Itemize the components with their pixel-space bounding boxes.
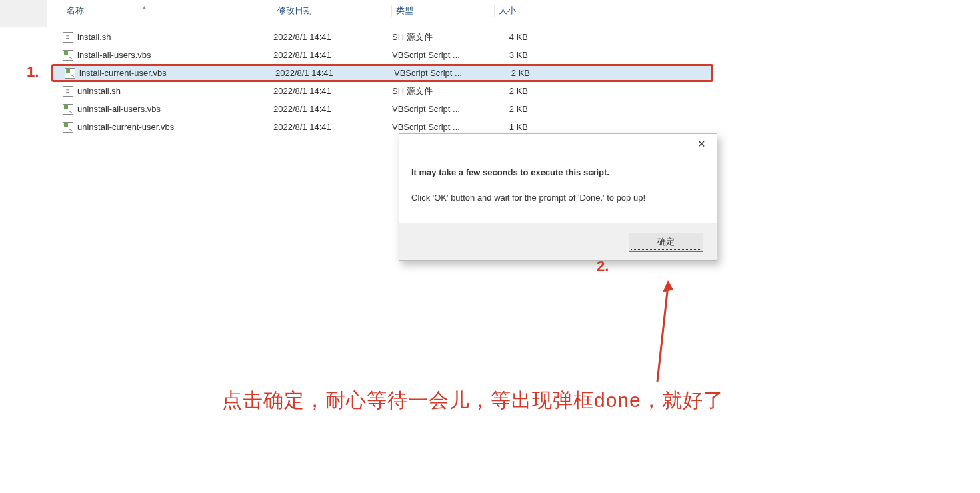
header-name[interactable]: 名称 ▴ — [63, 5, 273, 17]
dialog-line1: It may take a few seconds to execute thi… — [411, 166, 705, 179]
header-size[interactable]: 大小 — [495, 5, 555, 17]
file-type-cell: SH 源文件 — [392, 31, 495, 43]
file-date-cell: 2022/8/1 14:41 — [273, 32, 392, 42]
file-name-label: uninstall.sh — [77, 86, 121, 96]
ok-button[interactable]: 确定 — [629, 233, 703, 252]
file-list: 名称 ▴ 修改日期 类型 大小 install.sh2022/8/1 14:41… — [53, 0, 980, 136]
column-headers: 名称 ▴ 修改日期 类型 大小 — [53, 0, 980, 21]
file-name-cell: uninstall-current-user.vbs — [63, 122, 273, 133]
file-name-label: install-all-users.vbs — [77, 50, 151, 60]
file-row[interactable]: install-current-user.vbs2022/8/1 14:41VB… — [51, 64, 713, 82]
file-size-cell: 3 KB — [495, 50, 555, 60]
file-size-cell: 2 KB — [495, 104, 555, 114]
vbs-file-icon — [65, 68, 75, 79]
sh-file-icon — [63, 86, 73, 97]
header-type[interactable]: 类型 — [392, 5, 495, 17]
sh-file-icon — [63, 32, 73, 43]
file-date-cell: 2022/8/1 14:41 — [273, 50, 392, 60]
script-dialog: ✕ It may take a few seconds to execute t… — [399, 133, 717, 261]
file-type-cell: VBScript Script ... — [394, 68, 497, 78]
header-name-label: 名称 — [67, 5, 84, 15]
file-size-cell: 2 KB — [495, 86, 555, 96]
file-name-cell: install-current-user.vbs — [65, 68, 275, 79]
dialog-body: It may take a few seconds to execute thi… — [399, 157, 717, 223]
file-row[interactable]: uninstall.sh2022/8/1 14:41SH 源文件2 KB — [53, 82, 980, 100]
file-row[interactable]: install-all-users.vbs2022/8/1 14:41VBScr… — [53, 46, 980, 64]
file-type-cell: VBScript Script ... — [392, 50, 495, 60]
vbs-file-icon — [63, 122, 73, 133]
dialog-line2: Click 'OK' button and wait for the promp… — [411, 191, 705, 205]
sidebar-placeholder — [0, 0, 47, 27]
file-name-cell: install-all-users.vbs — [63, 50, 273, 61]
file-type-cell: SH 源文件 — [392, 85, 495, 97]
file-row[interactable]: install.sh2022/8/1 14:41SH 源文件4 KB — [53, 28, 980, 46]
file-name-label: uninstall-current-user.vbs — [77, 122, 174, 132]
file-name-cell: uninstall-all-users.vbs — [63, 104, 273, 115]
dialog-footer: 确定 — [399, 223, 717, 260]
file-row[interactable]: uninstall-all-users.vbs2022/8/1 14:41VBS… — [53, 100, 980, 118]
vbs-file-icon — [63, 50, 73, 61]
svg-line-0 — [657, 286, 668, 382]
file-type-cell: VBScript Script ... — [392, 122, 495, 132]
file-name-cell: install.sh — [63, 32, 273, 43]
header-date[interactable]: 修改日期 — [273, 5, 392, 17]
annotation-arrow-icon — [649, 280, 676, 387]
file-name-cell: uninstall.sh — [63, 86, 273, 97]
vbs-file-icon — [63, 104, 73, 115]
file-date-cell: 2022/8/1 14:41 — [275, 68, 394, 78]
file-date-cell: 2022/8/1 14:41 — [273, 122, 392, 132]
file-size-cell: 2 KB — [497, 68, 557, 78]
close-icon[interactable]: ✕ — [686, 134, 717, 154]
file-date-cell: 2022/8/1 14:41 — [273, 86, 392, 96]
file-size-cell: 4 KB — [495, 32, 555, 42]
file-name-label: install-current-user.vbs — [79, 68, 167, 78]
annotation-caption: 点击确定，耐心等待一会儿，等出现弹框done，就好了 — [222, 387, 724, 414]
svg-marker-1 — [663, 280, 673, 292]
dialog-titlebar: ✕ — [399, 134, 717, 157]
file-size-cell: 1 KB — [495, 122, 555, 132]
annotation-1: 1. — [27, 63, 39, 81]
file-name-label: install.sh — [77, 32, 111, 42]
file-name-label: uninstall-all-users.vbs — [77, 104, 161, 114]
annotation-2: 2. — [597, 258, 609, 275]
file-type-cell: VBScript Script ... — [392, 104, 495, 114]
sort-asc-icon: ▴ — [143, 3, 146, 11]
file-date-cell: 2022/8/1 14:41 — [273, 104, 392, 114]
